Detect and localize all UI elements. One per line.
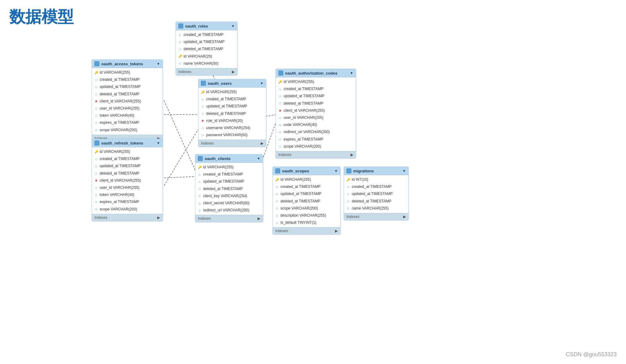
field-row: ◇created_at TIMESTAMP: [273, 183, 340, 190]
indexes-label: Indexes: [275, 229, 288, 233]
field-icon-circle: ◇: [198, 194, 202, 198]
field-row: 🔑id VARCHAR(255): [276, 78, 356, 85]
field-icon-key: 🔑: [275, 178, 279, 182]
field-icon-circle: ◇: [94, 78, 98, 82]
field-icon-circle: ◇: [278, 102, 282, 105]
table-footer-indexes[interactable]: Indexes ▶: [273, 227, 340, 234]
dropdown-icon[interactable]: ▼: [260, 81, 263, 85]
field-row: ◇deleted_at TIMESTAMP: [273, 198, 340, 205]
table-header-oauth-clients[interactable]: oauth_clients ▼: [195, 154, 263, 163]
field-row: 🔑id VARCHAR(255): [198, 89, 266, 96]
table-header-migrations[interactable]: migrations ▼: [344, 167, 408, 175]
field-row: ◆client_id VARCHAR(255): [92, 177, 163, 184]
table-header-oauth-users[interactable]: oauth_users ▼: [198, 79, 266, 88]
field-row: ◇deleted_at TIMESTAMP: [198, 110, 266, 117]
indexes-label: Indexes: [278, 153, 291, 157]
field-icon-circle: ◇: [94, 200, 98, 204]
dropdown-icon[interactable]: ▼: [334, 169, 338, 173]
field-row: ◇scope VARCHAR(200): [92, 127, 163, 134]
field-icon-circle: ◇: [346, 206, 350, 210]
field-icon-circle: ◇: [201, 112, 205, 115]
table-oauth-clients[interactable]: oauth_clients ▼ 🔑id VARCHAR(255) ◇create…: [195, 154, 263, 222]
field-row: ◇deleted_at TIMESTAMP: [195, 185, 263, 193]
field-row: ◇deleted_at TIMESTAMP: [276, 100, 356, 107]
table-body: 🔑id VARCHAR(255) ◇created_at TIMESTAMP ◇…: [92, 147, 163, 214]
table-header-oauth-scopes[interactable]: oauth_scopes ▼: [273, 167, 340, 175]
field-icon-circle: ◇: [94, 85, 98, 89]
field-row: ◇name VARCHAR(50): [176, 60, 237, 67]
field-icon-circle: ◇: [198, 202, 202, 205]
field-row: ◇updated_at TIMESTAMP: [176, 38, 237, 46]
field-row: ◇created_at TIMESTAMP: [198, 96, 266, 103]
dropdown-icon[interactable]: ▼: [231, 24, 235, 28]
field-row: ◇scope VARCHAR(200): [273, 205, 340, 212]
table-oauth-refresh-tokens[interactable]: oauth_refresh_tokens ▼ 🔑id VARCHAR(255) …: [92, 139, 163, 221]
table-body: 🔑id VARCHAR(255) ◇created_at TIMESTAMP ◇…: [273, 175, 340, 227]
field-icon-circle: ◇: [94, 157, 98, 161]
table-oauth-roles[interactable]: oauth_roles ▼ ◇created_at TIMESTAMP ◇upd…: [176, 22, 237, 76]
table-icon: [94, 141, 99, 145]
table-oauth-authorization-codes[interactable]: oauth_authorization_codes ▼ 🔑id VARCHAR(…: [276, 69, 356, 158]
field-icon-circle: ◇: [278, 145, 282, 148]
dropdown-icon[interactable]: ▼: [402, 169, 406, 173]
table-name: oauth_roles: [185, 24, 229, 28]
table-header-oauth-refresh-tokens[interactable]: oauth_refresh_tokens ▼: [92, 139, 163, 147]
dropdown-icon[interactable]: ▼: [157, 62, 160, 66]
dropdown-icon[interactable]: ▼: [350, 71, 353, 75]
arrow-right-icon[interactable]: ▶: [403, 214, 406, 219]
field-row: ◇scope VARCHAR(200): [276, 143, 356, 150]
field-icon-diamond: ◆: [278, 109, 282, 112]
field-icon-diamond: ◆: [201, 119, 205, 123]
field-icon-circle: ◇: [275, 221, 279, 225]
indexes-label: Indexes: [94, 215, 107, 220]
field-row: ◇redirect_uri VARCHAR(200): [195, 207, 263, 214]
field-row: ◇updated_at TIMESTAMP: [92, 162, 163, 170]
field-row: ◇updated_at TIMESTAMP: [198, 103, 266, 110]
field-icon-circle: ◇: [278, 94, 282, 98]
arrow-right-icon[interactable]: ▶: [232, 70, 235, 74]
table-name: migrations: [353, 169, 401, 173]
table-icon: [94, 61, 99, 66]
table-oauth-users[interactable]: oauth_users ▼ 🔑id VARCHAR(255) ◇created_…: [198, 79, 266, 147]
field-icon-key: 🔑: [346, 178, 350, 182]
table-footer-indexes[interactable]: Indexes ▶: [276, 151, 356, 158]
table-footer-indexes[interactable]: Indexes ▶: [176, 68, 237, 75]
table-footer-indexes[interactable]: Indexes ▶: [92, 214, 163, 221]
field-icon-circle: ◇: [94, 121, 98, 125]
field-row: ◇created_at TIMESTAMP: [276, 85, 356, 93]
dropdown-icon[interactable]: ▼: [157, 141, 160, 145]
indexes-label: Indexes: [178, 70, 191, 74]
table-name: oauth_refresh_tokens: [101, 141, 155, 145]
field-icon-circle: ◇: [94, 164, 98, 168]
table-migrations[interactable]: migrations ▼ 🔑id INT(10) ◇created_at TIM…: [344, 167, 409, 220]
field-row: ◇deleted_at TIMESTAMP: [92, 170, 163, 177]
field-icon-circle: ◇: [94, 171, 98, 175]
arrow-right-icon[interactable]: ▶: [157, 215, 160, 220]
table-body: ◇created_at TIMESTAMP ◇updated_at TIMEST…: [176, 30, 237, 68]
table-footer-indexes[interactable]: Indexes ▶: [344, 213, 408, 220]
field-icon-circle: ◇: [278, 137, 282, 141]
table-footer-indexes[interactable]: Indexes ▶: [198, 140, 266, 147]
field-row: ◇deleted_at TIMESTAMP: [344, 198, 408, 205]
table-header-oauth-roles[interactable]: oauth_roles ▼: [176, 22, 237, 30]
arrow-right-icon[interactable]: ▶: [261, 141, 263, 145]
field-row: ◇updated_at TIMESTAMP: [344, 190, 408, 197]
indexes-label: Indexes: [346, 214, 359, 219]
table-header-oauth-access-tokens[interactable]: oauth_access_tokens ▼: [92, 60, 163, 68]
field-icon-circle: ◇: [275, 192, 279, 196]
field-row: ◇user_id VARCHAR(255): [92, 184, 163, 191]
table-header-oauth-authorization-codes[interactable]: oauth_authorization_codes ▼: [276, 69, 356, 77]
arrow-right-icon[interactable]: ▶: [258, 216, 260, 221]
field-icon-circle: ◇: [278, 116, 282, 120]
table-body: 🔑id VARCHAR(255) ◇created_at TIMESTAMP ◇…: [92, 68, 163, 135]
table-oauth-access-tokens[interactable]: oauth_access_tokens ▼ 🔑id VARCHAR(255) ◇…: [92, 59, 163, 142]
table-footer-indexes[interactable]: Indexes ▶: [195, 215, 263, 222]
field-icon-diamond: ◆: [94, 179, 98, 182]
arrow-right-icon[interactable]: ▶: [335, 229, 338, 233]
field-icon-circle: ◇: [275, 185, 279, 189]
dropdown-icon[interactable]: ▼: [257, 157, 260, 160]
table-oauth-scopes[interactable]: oauth_scopes ▼ 🔑id VARCHAR(255) ◇created…: [272, 167, 341, 235]
watermark: CSDN @gou553323: [566, 351, 617, 358]
arrow-right-icon[interactable]: ▶: [350, 153, 353, 157]
field-row: 🔑id VARCHAR(255): [195, 164, 263, 171]
